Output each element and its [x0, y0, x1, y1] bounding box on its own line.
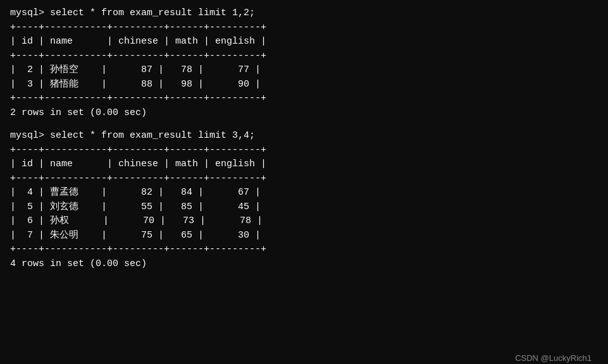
terminal-line: | 6 | 孙权 | 70 | 73 | 78 |	[10, 214, 598, 229]
terminal-line: +----+-----------+---------+------+-----…	[10, 49, 598, 64]
watermark: CSDN @LuckyRich1	[515, 352, 592, 365]
terminal-line: | 4 | 曹孟德 | 82 | 84 | 67 |	[10, 186, 598, 200]
terminal-line: +----+-----------+---------+------+-----…	[10, 21, 598, 35]
terminal-line: mysql> select * from exam_result limit 3…	[10, 129, 598, 143]
terminal-line: +----+-----------+---------+------+-----…	[10, 92, 598, 106]
terminal-line: 2 rows in set (0.00 sec)	[10, 106, 598, 121]
query-block-1: mysql> select * from exam_result limit 1…	[10, 6, 598, 120]
terminal-line: mysql> select * from exam_result limit 1…	[10, 6, 598, 21]
terminal-line: | 2 | 孙悟空 | 87 | 78 | 77 |	[10, 63, 598, 78]
terminal: mysql> select * from exam_result limit 1…	[10, 6, 598, 364]
terminal-line: | 5 | 刘玄德 | 55 | 85 | 45 |	[10, 200, 598, 215]
terminal-line: 4 rows in set (0.00 sec)	[10, 257, 598, 272]
terminal-line: | id | name | chinese | math | english |	[10, 157, 598, 172]
terminal-line: +----+-----------+---------+------+-----…	[10, 172, 598, 186]
terminal-line: +----+-----------+---------+------+-----…	[10, 143, 598, 158]
query-block-2: mysql> select * from exam_result limit 3…	[10, 129, 598, 271]
terminal-line: | 7 | 朱公明 | 75 | 65 | 30 |	[10, 229, 598, 243]
terminal-line: +----+-----------+---------+------+-----…	[10, 243, 598, 257]
terminal-line: | id | name | chinese | math | english |	[10, 35, 598, 49]
terminal-line: | 3 | 猪悟能 | 88 | 98 | 90 |	[10, 78, 598, 92]
